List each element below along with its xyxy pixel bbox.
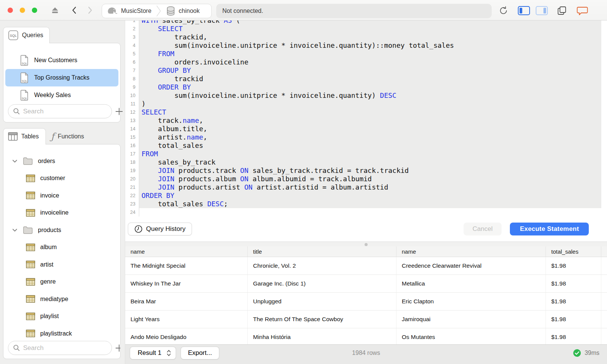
breadcrumb-server[interactable]: MusicStore: [102, 4, 156, 18]
tree-folder[interactable]: orders: [3, 152, 120, 170]
code-text: FROM: [139, 50, 601, 58]
script-f-icon: ƒ: [51, 132, 54, 141]
tables-search-row: [8, 341, 117, 355]
table-cell[interactable]: $1.98: [546, 311, 601, 328]
table-cell[interactable]: $1.98: [546, 275, 601, 292]
tree-folder[interactable]: products: [3, 221, 120, 239]
tree-table[interactable]: album: [3, 239, 120, 256]
tree-table[interactable]: mediatype: [3, 290, 120, 308]
table-cell[interactable]: Unplugged: [248, 293, 396, 310]
table-cell[interactable]: Minha História: [248, 328, 396, 344]
query-history-button[interactable]: Query History: [128, 223, 192, 235]
code-line: 13 track.name,: [125, 116, 607, 125]
query-item[interactable]: SQLTop Grossing Tracks: [5, 69, 118, 86]
tables-search-input[interactable]: [23, 344, 107, 352]
eject-icon[interactable]: [50, 6, 60, 15]
table-row: Ando Meio DesligadoMinha HistóriaOs Muta…: [125, 328, 607, 344]
chevron-down-icon[interactable]: [12, 227, 18, 233]
code-line: 17FROM: [125, 150, 607, 158]
table-cell[interactable]: Creedence Clearwater Revival: [396, 257, 546, 275]
query-item-label: Weekly Sales: [34, 92, 71, 99]
results-grid: nametitlenametotal_sales The Midnight Sp…: [125, 246, 607, 344]
sql-editor[interactable]: 1WITH sales_by_track AS (2 SELECT3 track…: [125, 20, 607, 217]
column-header[interactable]: name: [396, 246, 546, 257]
tree-table[interactable]: invoiceline: [3, 204, 120, 222]
execute-statement-button[interactable]: Execute Statement: [510, 223, 589, 235]
refresh-icon[interactable]: [498, 6, 508, 16]
zoom-button[interactable]: [32, 8, 37, 13]
toggle-right-sidebar-icon[interactable]: [536, 6, 548, 15]
table-cell[interactable]: Whiskey In The Jar: [125, 275, 248, 292]
table-name: mediatype: [40, 296, 68, 303]
windows-icon[interactable]: [557, 6, 567, 16]
toggle-left-sidebar-icon[interactable]: [518, 6, 530, 15]
schema-name: orders: [38, 158, 55, 165]
table-name: artist: [40, 261, 53, 268]
tree-table[interactable]: customer: [3, 170, 120, 187]
query-item-label: New Customers: [34, 57, 77, 64]
postgres-elephant-icon: [107, 6, 118, 16]
table-row: The Midnight SpecialChronicle, Vol. 2Cre…: [125, 257, 607, 275]
code-text: [139, 208, 601, 217]
table-cell[interactable]: Chronicle, Vol. 2: [248, 257, 396, 275]
pane-splitter[interactable]: [125, 242, 607, 246]
tree-table[interactable]: genre: [3, 273, 120, 291]
code-line: 21 JOIN products.artist ON artist.artist…: [125, 183, 607, 191]
line-number: 17: [125, 150, 139, 158]
table-cell[interactable]: Jamiroquai: [396, 311, 546, 328]
table-cell[interactable]: Beira Mar: [125, 293, 248, 310]
tab-tables[interactable]: Tables: [3, 128, 46, 144]
query-item[interactable]: SQLWeekly Sales: [5, 86, 118, 104]
chevron-down-icon[interactable]: [12, 158, 18, 164]
column-header[interactable]: name: [125, 246, 248, 257]
folder-icon: [23, 157, 33, 165]
traffic-lights: [8, 8, 37, 13]
close-button[interactable]: [8, 8, 13, 13]
table-cell[interactable]: Metallica: [396, 275, 546, 292]
table-cell[interactable]: Eric Clapton: [396, 293, 546, 310]
query-item[interactable]: SQLNew Customers: [5, 52, 118, 69]
table-cell[interactable]: Garage Inc. (Disc 1): [248, 275, 396, 292]
table-cell[interactable]: Ando Meio Desligado: [125, 328, 248, 344]
column-header[interactable]: title: [248, 246, 396, 257]
code-line: 11): [125, 100, 607, 108]
app-window: MusicStore chinook Not connected.: [0, 0, 607, 364]
table-cell[interactable]: The Return Of The Space Cowboy: [248, 311, 396, 328]
back-button[interactable]: [70, 6, 79, 15]
line-number: 11: [125, 100, 139, 108]
table-cell[interactable]: $1.98: [546, 328, 601, 344]
tab-functions-label: Functions: [58, 133, 84, 140]
breadcrumb-database[interactable]: chinook: [161, 4, 204, 18]
feedback-icon[interactable]: [577, 6, 588, 16]
line-number: 1: [125, 20, 139, 25]
table-icon: [26, 174, 35, 182]
add-table-button[interactable]: [115, 344, 121, 352]
tab-queries[interactable]: SQL Queries: [3, 27, 50, 43]
column-header[interactable]: total_sales: [546, 246, 601, 257]
table-name: genre: [40, 278, 56, 285]
line-number: 13: [125, 116, 139, 125]
table-cell[interactable]: $1.98: [546, 293, 601, 310]
folder-icon: [23, 226, 33, 234]
forward-button[interactable]: [85, 6, 94, 15]
code-text: trackid: [139, 75, 601, 83]
table-cell[interactable]: The Midnight Special: [125, 257, 248, 275]
svg-text:SQL: SQL: [22, 79, 27, 83]
minimize-button[interactable]: [20, 8, 25, 13]
add-query-button[interactable]: [115, 107, 123, 116]
table-cell[interactable]: $1.98: [546, 257, 601, 275]
line-number: 9: [125, 83, 139, 91]
tree-table[interactable]: invoice: [3, 187, 120, 204]
tab-functions[interactable]: ƒ Functions: [46, 128, 91, 144]
cancel-button[interactable]: Cancel: [464, 223, 502, 235]
queries-search-input[interactable]: [23, 108, 107, 115]
tree-table[interactable]: playlist: [3, 308, 120, 325]
table-cell[interactable]: Os Mutantes: [396, 328, 546, 344]
table-cell-filler: [601, 275, 607, 292]
tree-table[interactable]: playlisttrack: [3, 325, 120, 342]
tables-search-field[interactable]: [8, 341, 112, 355]
table-cell[interactable]: Light Years: [125, 311, 248, 328]
queries-search-field[interactable]: [8, 104, 112, 118]
tree-table[interactable]: artist: [3, 256, 120, 273]
code-line: 7 GROUP BY: [125, 66, 607, 75]
